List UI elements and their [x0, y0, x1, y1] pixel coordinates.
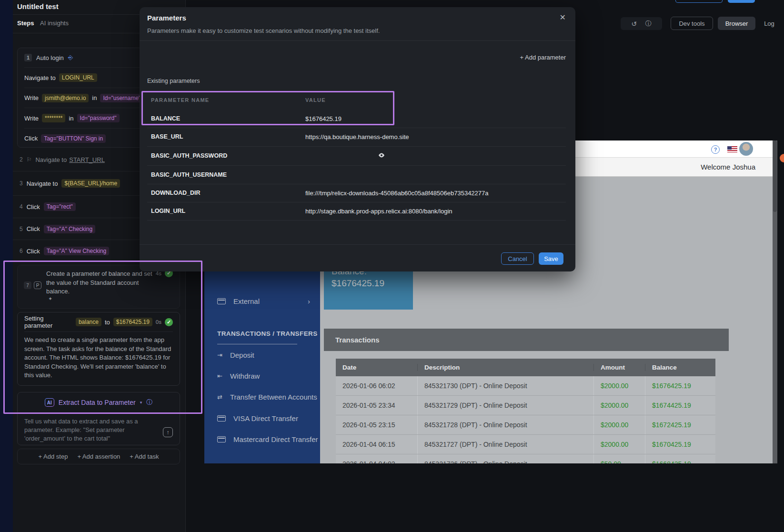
balance-value: $1676425.19	[332, 278, 384, 288]
transaction-cell-amount: $2000.00	[594, 376, 645, 395]
transaction-cell-balance: $1674425.19	[645, 402, 715, 409]
transaction-cell-description: 845321730 (DPT) - Online Deposit	[418, 376, 594, 395]
existing-parameters-label: Existing parameters	[147, 78, 200, 84]
transaction-cell-balance: $1672425.19	[645, 421, 715, 429]
close-icon[interactable]: ✕	[560, 13, 566, 22]
transaction-row: 2026-01-04 06:15845321727 (DPT) - Online…	[336, 435, 715, 454]
param-value: http://stage.dbank.prod-apps.relicx.ai:8…	[305, 208, 452, 215]
transaction-cell-amount: $2000.00	[594, 415, 645, 434]
scrollbar-thumb[interactable]	[773, 141, 777, 212]
dev-tools-button[interactable]: Dev tools	[671, 17, 713, 30]
step-duration: 0s	[156, 319, 161, 325]
param-name: DOWNLOAD_DIR	[151, 190, 200, 196]
login-icon: ⎆	[68, 54, 73, 61]
selector-badge: Id="password"	[77, 114, 120, 122]
add-step-button[interactable]: + Add step	[39, 453, 68, 460]
table-header-row: Date Description Amount Balance	[336, 359, 715, 376]
selector-badge: Id="username"	[100, 94, 143, 102]
transaction-row: 2026-01-05 23:34845321729 (DPT) - Online…	[336, 396, 715, 415]
param-value: file:///tmp/relicx-downloads-45086ab60c0…	[305, 190, 489, 197]
browser-tab-button[interactable]: Browser	[718, 17, 755, 30]
sidebar-item-withdraw[interactable]: ⇤Withdraw	[217, 372, 260, 380]
transaction-cell-description: 845321727 (DPT) - Online Deposit	[418, 435, 594, 454]
selector-badge: Tag="rect"	[44, 202, 76, 211]
selector-badge: Tag="A" View Checking	[44, 247, 109, 255]
transaction-cell-amount: $50.00	[594, 454, 645, 463]
transaction-cell-date: 2026-01-05 23:15	[336, 415, 418, 434]
notification-dot	[780, 154, 784, 162]
transactions-table: Date Description Amount Balance 2026-01-…	[336, 359, 715, 463]
extract-prompt-input[interactable]: Tell us what data to extract and save as…	[24, 417, 141, 443]
transfer-icon: ⇄	[217, 393, 222, 401]
avatar[interactable]	[739, 142, 753, 156]
sidebar-item-mastercard-transfer[interactable]: Mastercard Direct Transfer	[217, 435, 318, 443]
param-name-badge: balance	[76, 318, 101, 326]
transaction-row: 2026-01-04 04:02845321726 (DPT) - Online…	[336, 454, 715, 463]
step-number: 7	[24, 281, 31, 289]
transaction-row: 2026-01-05 23:15845321728 (DPT) - Online…	[336, 415, 715, 435]
card-icon	[217, 436, 226, 442]
screen: ? Welcome Joshua External › TRANSACTIONS…	[0, 0, 784, 532]
send-icon[interactable]: ↑	[163, 427, 173, 437]
extract-data-button[interactable]: AI Extract Data to Parameter ▾ ⓘ	[18, 392, 180, 412]
group-title: Auto login	[36, 54, 64, 61]
col-header-value: VALUE	[305, 97, 326, 103]
sidebar-item-deposit[interactable]: ⇥Deposit	[217, 351, 254, 359]
left-rail	[0, 0, 13, 532]
sidebar-divider	[217, 344, 297, 344]
param-value-badge: $1676425.19	[113, 318, 152, 326]
sidebar-item-transfer[interactable]: ⇄Transfer Between Accounts	[217, 393, 317, 401]
sidebar-item-external[interactable]: External ›	[217, 297, 310, 305]
transaction-cell-balance: $1670425.19	[645, 441, 715, 448]
sidebar-item-visa-transfer[interactable]: VISA Direct Transfer	[217, 414, 298, 422]
add-assertion-button[interactable]: + Add assertion	[77, 453, 120, 460]
selector-badge: Tag="A" Checking	[44, 225, 95, 233]
cancel-button[interactable]: Cancel	[501, 252, 534, 265]
transaction-cell-description: 845321728 (DPT) - Online Deposit	[418, 415, 594, 434]
add-task-button[interactable]: + Add task	[130, 453, 159, 460]
sparkle-icon: ✦	[48, 296, 52, 302]
transaction-cell-balance: $1668425.19	[645, 460, 715, 463]
save-button[interactable]: Save	[539, 252, 563, 265]
param-badge: LOGIN_URL	[59, 73, 97, 82]
transaction-cell-description: 845321726 (DPT) - Online Deposit	[418, 454, 594, 463]
prompt-icon: P	[34, 281, 41, 289]
info-icon[interactable]: ⓘ	[645, 20, 652, 28]
tab-steps[interactable]: Steps	[17, 20, 34, 27]
log-tab-button[interactable]: Log	[759, 17, 779, 30]
add-actions-bar: + Add step + Add assertion + Add task	[17, 449, 180, 464]
refresh-icon[interactable]: ↺	[631, 20, 637, 28]
tab-ai-insights[interactable]: AI insights	[40, 20, 69, 27]
transaction-cell-date: 2026-01-04 06:15	[336, 435, 418, 454]
app-scrollbar[interactable]	[773, 141, 777, 463]
top-outline-button[interactable]	[675, 0, 723, 3]
setting-parameter-card[interactable]: Setting parameter balance to $1676425.19…	[17, 312, 180, 386]
start-url-link[interactable]: START_URL	[69, 156, 105, 163]
transactions-header-bar: Transactions	[324, 329, 729, 351]
transaction-cell-amount: $2000.00	[594, 396, 645, 415]
transaction-cell-date: 2026-01-04 04:02	[336, 454, 418, 463]
ai-task-prompt: Create a parameter of balance and set th…	[46, 270, 157, 296]
withdraw-icon: ⇤	[217, 372, 222, 380]
help-icon[interactable]: ?	[711, 145, 720, 154]
transactions-title: Transactions	[335, 336, 380, 344]
transaction-row: 2026-01-06 06:02845321730 (DPT) - Online…	[336, 376, 715, 396]
us-flag-icon[interactable]	[727, 146, 737, 152]
param-name: BALANCE	[151, 115, 180, 122]
add-parameter-button[interactable]: + Add parameter	[520, 54, 566, 61]
chevron-down-icon[interactable]: ▾	[140, 400, 142, 405]
test-title: Untitled test	[17, 2, 59, 10]
eye-icon[interactable]	[378, 151, 385, 161]
param-name: BASIC_AUTH_PASSWORD	[151, 152, 227, 159]
top-primary-button[interactable]	[728, 0, 755, 3]
extract-data-card: AI Extract Data to Parameter ▾ ⓘ Tell us…	[17, 392, 180, 445]
param-value: https://qa.boutique.harness-demo.site	[305, 133, 409, 141]
sidebar-section-title: TRANSACTIONS / TRANSFERS	[217, 330, 318, 337]
flag-icon: ⚐	[27, 156, 32, 163]
transaction-cell-date: 2026-01-06 06:02	[336, 376, 418, 395]
param-name: BASE_URL	[151, 133, 183, 140]
param-value: $1676425.19	[305, 115, 342, 122]
parameters-modal: ✕ Parameters Parameters make it easy to …	[140, 7, 575, 271]
selector-badge: Tag="BUTTON" Sign in	[41, 134, 106, 143]
info-icon[interactable]: ⓘ	[146, 398, 152, 407]
